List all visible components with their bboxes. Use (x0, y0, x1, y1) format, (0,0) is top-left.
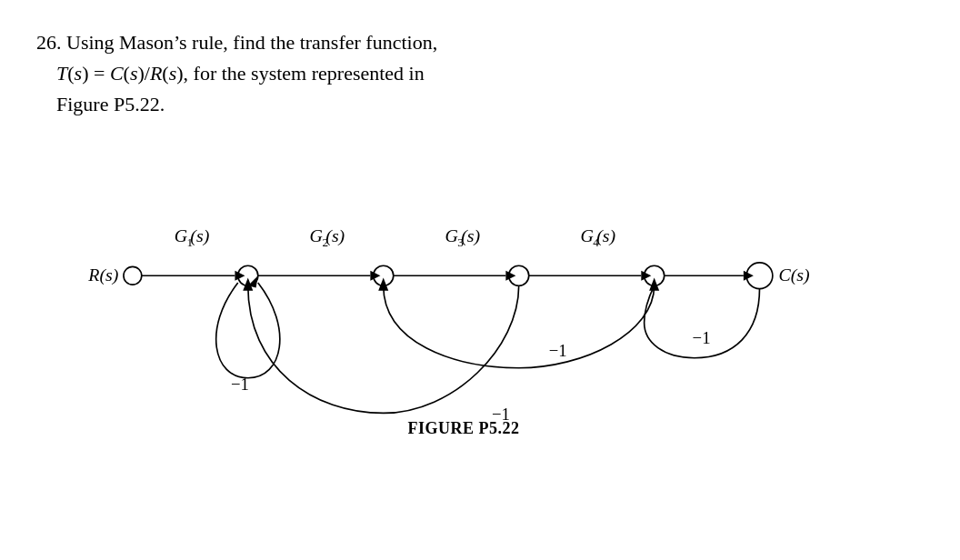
g2-paren: (s) (325, 225, 345, 246)
diagram-area: G 1 (s) G 2 (s) G 3 (s) G 4 (s) (55, 147, 873, 438)
c-label: C(s) (778, 265, 809, 285)
g1-paren: (s) (190, 225, 209, 246)
g4-label: G (581, 225, 594, 245)
g3-label: G (445, 225, 458, 245)
g1-label: G (175, 225, 187, 245)
r-label: R(s) (87, 265, 118, 285)
problem-number: 26. (36, 31, 62, 54)
figure-label: FIGURE P5.22 (408, 419, 520, 438)
g3-paren: (s) (461, 225, 480, 246)
fb-n4-n2-label: −1 (549, 341, 567, 360)
problem-line3: Figure P5.22. (56, 93, 165, 115)
feedback-n3-n1 (248, 286, 519, 414)
fb-c-n4-label: −1 (693, 329, 711, 348)
problem-text: 26. Using Mason’s rule, find the transfe… (36, 27, 900, 120)
loop-n1-label: −1 (231, 375, 249, 394)
problem-line1: Using Mason’s rule, find the transfer fu… (66, 31, 437, 54)
problem-line2: T(s) = C(s)/R(s), for the system represe… (56, 62, 425, 85)
node-r (124, 267, 142, 285)
g4-paren: (s) (596, 225, 615, 246)
g2-label: G (310, 225, 323, 245)
feedback-n4-n2 (384, 286, 655, 368)
page-container: 26. Using Mason’s rule, find the transfe… (0, 0, 960, 560)
signal-flow-graph: G 1 (s) G 2 (s) G 3 (s) G 4 (s) (55, 147, 873, 438)
